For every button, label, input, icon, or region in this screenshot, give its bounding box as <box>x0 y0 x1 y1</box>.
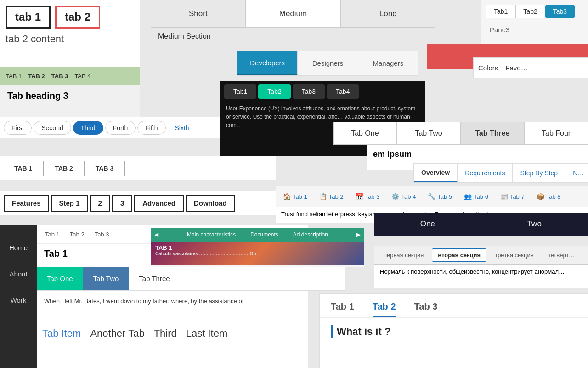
scroll-tab-main[interactable]: Main characteristics <box>180 230 243 240</box>
scroll-nav-prev[interactable]: ◀ <box>154 231 158 238</box>
icon-tab-6[interactable]: 👥 Tab 6 <box>458 190 494 203</box>
colored-tab-1[interactable]: Tab One <box>37 267 83 290</box>
medium-section-label: Medium Section <box>151 28 435 45</box>
sub-tab-3[interactable]: Tab 3 <box>92 229 112 240</box>
small-tab-1[interactable]: Tab1 <box>486 5 515 18</box>
wrench-icon: 🔧 <box>428 193 435 200</box>
large-tab-2[interactable]: Another Tab <box>90 328 144 339</box>
four-tab-1[interactable]: Tab One <box>333 122 397 145</box>
scroll-body-sub: Calculs vasculaires ……………………………Ou <box>155 251 360 256</box>
icon-tab-3-label: Tab 3 <box>365 193 380 200</box>
ru-content-text: Нормаль к поверхности, общеизвестно, кон… <box>380 268 565 275</box>
panel-bordered-tabs: tab 1 tab 2 tab 2 content <box>0 0 140 67</box>
tab2-box[interactable]: tab 2 <box>55 6 100 29</box>
icon-tab-1-label: Tab 1 <box>293 193 307 200</box>
pill-second[interactable]: Second <box>34 121 71 135</box>
sidebar-home[interactable]: Home <box>0 235 37 261</box>
icon-tab-3[interactable]: 📅 Tab 3 <box>350 190 385 203</box>
feature-tab-0[interactable]: Features <box>4 195 49 212</box>
icon-tab-5[interactable]: 🔧 Tab 5 <box>422 190 458 203</box>
overview-tab-0[interactable]: Overview <box>414 164 458 182</box>
four-tab-3[interactable]: Tab Three <box>461 122 525 145</box>
feature-tab-3[interactable]: 3 <box>112 195 132 212</box>
sub-tab-1[interactable]: Tab 1 <box>42 229 62 240</box>
icon-tab-1[interactable]: 🏠 Tab 1 <box>277 190 313 203</box>
ru-tab-2[interactable]: вторая секция <box>432 248 486 262</box>
calendar-icon: 📅 <box>356 193 363 200</box>
br-tab-1[interactable]: Tab 1 <box>331 301 354 317</box>
pill-fifth[interactable]: Fifth <box>137 121 165 135</box>
scroll-body-title: TAB 1 <box>155 244 360 251</box>
overview-tab-3[interactable]: N… <box>565 164 588 182</box>
sub-tab-2[interactable]: Tab 2 <box>67 229 87 240</box>
feature-tab-1[interactable]: Step 1 <box>51 195 88 212</box>
colored-tab-2[interactable]: Tab Two <box>83 267 129 290</box>
four-tab-2[interactable]: Tab Two <box>397 122 461 145</box>
icon-tab-7[interactable]: 📰 Tab 7 <box>495 190 530 203</box>
sidebar-work[interactable]: Work <box>0 287 37 313</box>
icon-tab-2[interactable]: 📋 Tab 2 <box>314 190 349 203</box>
ru-tab-3[interactable]: третья секция <box>489 249 539 261</box>
gear-icon: ⚙️ <box>391 193 399 200</box>
tab1-box[interactable]: tab 1 <box>6 6 51 29</box>
one-tab[interactable]: One <box>374 213 481 236</box>
scroll-nav-next[interactable]: ▶ <box>356 231 361 238</box>
colors-label[interactable]: Colors <box>478 64 498 72</box>
dev-tab-devs[interactable]: Developers <box>237 51 298 75</box>
large-tab-1[interactable]: Tab Item <box>42 328 81 339</box>
panel-dev-tabs: Developers Designers Managers <box>237 51 418 76</box>
small-tab-3[interactable]: Tab3 <box>545 5 575 18</box>
text-tab-1[interactable]: TAB 1 <box>4 72 23 80</box>
panel-text-tabs: TAB 1 TAB 2 TAB 3 TAB 4 <box>0 67 140 85</box>
box-icon: 📦 <box>537 193 544 200</box>
section-tab-medium[interactable]: Medium <box>246 0 341 28</box>
two-tab[interactable]: Two <box>481 213 588 236</box>
panel-one-two-tabs: One Two <box>374 213 588 236</box>
text-tab-3[interactable]: TAB 3 <box>50 72 70 80</box>
panel-colored-tabs: Tab One Tab Two Tab Three <box>37 267 345 291</box>
text-tab-2[interactable]: TAB 2 <box>26 72 47 80</box>
colored-tab-3[interactable]: Tab Three <box>129 267 180 290</box>
outline-tab-2[interactable]: TAB 2 <box>44 161 84 176</box>
pill-forth[interactable]: Forth <box>105 121 136 135</box>
sidebar-about[interactable]: About <box>0 261 37 287</box>
feature-tab-5[interactable]: Download <box>186 195 235 212</box>
pill-first[interactable]: First <box>4 121 32 135</box>
large-tab-3[interactable]: Third <box>154 328 177 339</box>
outline-tab-3[interactable]: TAB 3 <box>85 161 125 176</box>
lorem-title-text: em ipsum <box>373 150 412 159</box>
section-tab-long[interactable]: Long <box>340 0 435 28</box>
icon-tab-8[interactable]: 📦 Tab 8 <box>531 190 566 203</box>
ru-tab-4[interactable]: четвёрт… <box>542 249 581 261</box>
tab2-content-label: tab 2 content <box>6 33 135 45</box>
dev-tab-mgr[interactable]: Managers <box>358 51 418 75</box>
dev-tab-design[interactable]: Designers <box>298 51 358 75</box>
pill-sixth[interactable]: Sixth <box>168 121 197 134</box>
scroll-tab-docs[interactable]: Documents <box>243 230 286 240</box>
four-tab-4[interactable]: Tab Four <box>524 122 588 145</box>
dark-tab-2[interactable]: Tab2 <box>258 84 290 99</box>
scroll-tab-ad[interactable]: Ad description <box>286 230 335 240</box>
br-tab-2[interactable]: Tab 2 <box>373 301 396 317</box>
section-tab-short[interactable]: Short <box>151 0 246 28</box>
bottom-text-content: When I left Mr. Bates, I went down to my… <box>44 298 243 305</box>
text-tab-4[interactable]: TAB 4 <box>73 72 92 80</box>
outline-tab-1[interactable]: TAB 1 <box>3 161 44 176</box>
feature-tab-4[interactable]: Advanced <box>134 195 184 212</box>
icon-tab-4[interactable]: ⚙️ Tab 4 <box>386 190 421 203</box>
dark-tab-4[interactable]: Tab4 <box>327 84 359 99</box>
panel-feature-tabs: Features Step 1 2 3 Advanced Download <box>0 191 276 215</box>
fav-label[interactable]: Favo… <box>505 64 527 72</box>
pill-third[interactable]: Third <box>73 121 103 135</box>
overview-tab-2[interactable]: Step By Step <box>513 164 565 182</box>
small-tab-2[interactable]: Tab2 <box>515 5 545 18</box>
large-tab-4[interactable]: Last Item <box>186 328 227 339</box>
dark-tab-1[interactable]: Tab1 <box>224 84 256 99</box>
ru-tab-1[interactable]: первая секция <box>378 249 429 261</box>
overview-tab-1[interactable]: Requirements <box>458 164 513 182</box>
panel-overview-tabs: Overview Requirements Step By Step N… <box>413 163 588 183</box>
br-tab-3[interactable]: Tab 3 <box>414 301 438 317</box>
panel-colors: Colors Favo… <box>473 58 588 78</box>
dark-tab-3[interactable]: Tab3 <box>293 84 325 99</box>
feature-tab-2[interactable]: 2 <box>90 195 110 212</box>
